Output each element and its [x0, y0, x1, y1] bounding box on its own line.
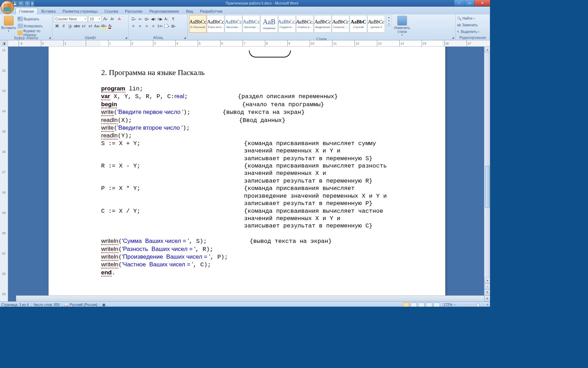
- dialog-launcher-icon[interactable]: ◢: [183, 36, 187, 39]
- font-size-combo[interactable]: 10▾: [88, 16, 102, 22]
- gallery-up-icon[interactable]: ▴: [387, 15, 391, 19]
- dialog-launcher-icon[interactable]: ◢: [124, 36, 128, 39]
- select-button[interactable]: ↖Выделить▾: [457, 28, 479, 35]
- zoom-slider[interactable]: [457, 304, 485, 306]
- web-view-button[interactable]: [418, 302, 425, 307]
- gallery-scroll[interactable]: ▴ ▾ ▾: [386, 15, 391, 26]
- dialog-launcher-icon[interactable]: ◢: [48, 36, 51, 39]
- show-marks-button[interactable]: ¶: [170, 16, 176, 22]
- cut-button[interactable]: ✂Вырезать: [18, 16, 51, 22]
- scroll-thumb[interactable]: [485, 166, 490, 208]
- style-card[interactable]: AaBbCcВыделение: [314, 15, 331, 33]
- proofing-icon[interactable]: 📖: [64, 303, 68, 307]
- print-layout-view-button[interactable]: [403, 302, 409, 307]
- align-left-button[interactable]: ≡: [130, 23, 136, 29]
- align-right-button[interactable]: ≡: [144, 23, 150, 29]
- style-card[interactable]: AaBbCc.Подзагол…: [278, 15, 296, 33]
- underline-button[interactable]: Ч▾: [67, 23, 74, 29]
- strikethrough-button[interactable]: abc: [74, 23, 80, 29]
- numbering-button[interactable]: ≡▾: [137, 16, 143, 22]
- window-maximize-button[interactable]: ▭: [464, 0, 474, 6]
- find-button[interactable]: 🔍Найти▾: [457, 15, 479, 21]
- shading-button[interactable]: ▾: [163, 23, 170, 29]
- align-center-button[interactable]: ≡: [137, 23, 143, 29]
- decrease-indent-button[interactable]: ◀≡: [150, 16, 156, 22]
- draft-view-button[interactable]: [434, 302, 440, 307]
- prev-page-button[interactable]: ⇈: [484, 289, 490, 295]
- gallery-more-icon[interactable]: ▾: [387, 22, 391, 26]
- multilevel-button[interactable]: ⊟▾: [144, 16, 150, 22]
- style-card[interactable]: AaBbCcСильное …: [332, 15, 349, 33]
- line-spacing-button[interactable]: ‡≡▾: [157, 23, 163, 29]
- ribbon-tab[interactable]: Разработчик: [197, 8, 226, 14]
- font-color-button[interactable]: A▾: [107, 23, 113, 29]
- document-page[interactable]: 2. Программа на языке Паскаль program li…: [48, 47, 446, 301]
- font-family-combo[interactable]: Courier New▾: [54, 16, 88, 22]
- clear-format-button[interactable]: A̶: [116, 16, 122, 22]
- superscript-button[interactable]: x2: [87, 23, 93, 29]
- word-count[interactable]: Число слов: 859: [33, 303, 60, 307]
- bold-button[interactable]: Ж: [54, 23, 60, 29]
- ribbon-tab[interactable]: Главная: [15, 8, 38, 14]
- vertical-scrollbar[interactable]: ▴ ▾ ○ ⇈ ⇊: [484, 47, 490, 301]
- zoom-in-button[interactable]: +: [486, 303, 489, 307]
- change-case-button[interactable]: Aa▾: [94, 23, 100, 29]
- ruler-horizontal[interactable]: ◨ -3211234567891011121314151617: [0, 40, 490, 47]
- outline-view-button[interactable]: [426, 302, 432, 307]
- style-card[interactable]: АаВНазвание: [260, 15, 278, 33]
- ribbon-tab[interactable]: Разметка страницы: [59, 8, 101, 14]
- format-painter-button[interactable]: Формат по образцу: [18, 30, 51, 36]
- style-card[interactable]: AaBbCc.Слабое в…: [296, 15, 314, 33]
- shrink-font-button[interactable]: A▾: [109, 16, 115, 22]
- highlight-button[interactable]: ab▾: [100, 23, 107, 29]
- ribbon-tab[interactable]: Вид: [183, 8, 197, 14]
- borders-button[interactable]: ⊞▾: [170, 23, 176, 29]
- language-indicator[interactable]: Русский (Россия): [70, 303, 97, 307]
- window-minimize-button[interactable]: ─: [454, 0, 464, 6]
- window-close-button[interactable]: ✕: [475, 0, 490, 6]
- ribbon-tab[interactable]: Рецензирование: [146, 8, 183, 14]
- zoom-slider-knob[interactable]: [477, 303, 479, 307]
- style-card[interactable]: AaBbCcЗаголово…: [225, 15, 242, 33]
- style-card[interactable]: AaBbCcЗаголово…: [243, 15, 260, 33]
- italic-button[interactable]: К: [61, 23, 67, 29]
- ribbon-tab[interactable]: Рассылки: [121, 8, 146, 14]
- qat-dropdown-icon[interactable]: ▾: [31, 1, 34, 6]
- office-button[interactable]: [1, 1, 14, 14]
- bullets-button[interactable]: ☰▾: [130, 16, 136, 22]
- ribbon-tabs: ГлавнаяВставкаРазметка страницыСсылкиРас…: [0, 7, 490, 14]
- grow-font-button[interactable]: A▴: [102, 16, 108, 22]
- replace-icon: ab: [457, 23, 461, 27]
- style-card[interactable]: AaBbCc¶ Обычный: [189, 15, 206, 33]
- qat-undo-icon[interactable]: ↶: [18, 1, 24, 6]
- ribbon-tab[interactable]: Ссылки: [101, 8, 122, 14]
- justify-button[interactable]: ≡: [150, 23, 156, 29]
- zoom-out-button[interactable]: −: [454, 303, 456, 307]
- next-page-button[interactable]: ⇊: [484, 295, 490, 301]
- horizontal-scrollbar[interactable]: [16, 295, 484, 301]
- browse-object-button[interactable]: ○: [484, 284, 490, 289]
- ribbon-tab[interactable]: Вставка: [38, 8, 59, 14]
- style-card[interactable]: AaBbCc¶ Без инте…: [207, 15, 224, 33]
- dialog-launcher-icon[interactable]: ◢: [451, 36, 455, 39]
- scroll-down-button[interactable]: ▾: [484, 278, 490, 284]
- replace-button[interactable]: abЗаменить: [457, 22, 479, 28]
- macro-record-icon[interactable]: ▣: [102, 303, 105, 307]
- copy-button[interactable]: Копировать: [18, 23, 51, 29]
- increase-indent-button[interactable]: ≡▶: [157, 16, 163, 22]
- sort-button[interactable]: A↓: [163, 16, 170, 22]
- scroll-up-button[interactable]: ▴: [484, 47, 490, 53]
- ruler-corner-button[interactable]: ◨: [0, 40, 8, 46]
- paste-button[interactable]: Вставить ▾: [1, 15, 16, 33]
- page-indicator[interactable]: Страница: 3 из 4: [1, 303, 29, 307]
- gallery-down-icon[interactable]: ▾: [387, 19, 391, 22]
- style-card[interactable]: AaBbCcЦитата 2: [368, 15, 385, 33]
- document-viewport[interactable]: 2. Программа на языке Паскаль program li…: [8, 47, 490, 301]
- zoom-level[interactable]: 172%: [443, 303, 453, 307]
- subscript-button[interactable]: x2: [80, 23, 87, 29]
- ruler-vertical[interactable]: 11121314151617181920212223: [0, 47, 8, 301]
- qat-redo-icon[interactable]: ↷: [24, 1, 30, 6]
- fullscreen-view-button[interactable]: [411, 302, 417, 307]
- change-styles-button[interactable]: Изменить стили ▾: [393, 15, 412, 37]
- style-card[interactable]: AaBbCСтрогий: [350, 15, 367, 33]
